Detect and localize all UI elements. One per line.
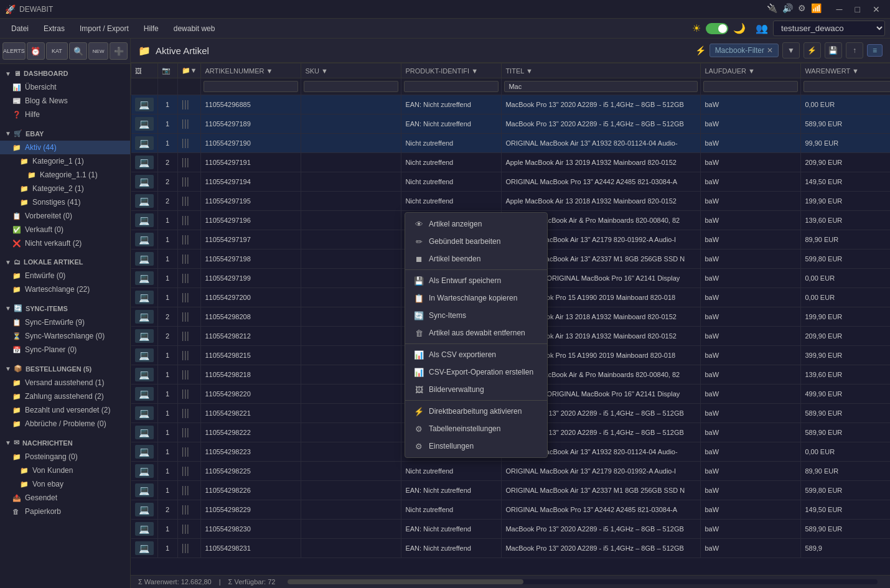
sidebar-item-von-kunden[interactable]: 📁 Von Kunden [7,464,130,477]
menu-extras[interactable]: Extras [37,22,71,35]
sidebar-item-bezahlt[interactable]: 📁 Bezahlt und versendet (2) [0,403,130,417]
sidebar-item-sonstiges[interactable]: 📁 Sonstiges (41) [7,195,130,209]
col-produkt[interactable]: PRODUKT-IDENTIFI ▼ [401,63,502,78]
sidebar-item-vorbereitet[interactable]: 📋 Vorbereitet (0) [0,209,130,223]
close-button[interactable]: ✕ [868,3,885,16]
table-row[interactable]: 💻 2 ||| 110554298229 Nicht zutreffend OR… [131,500,891,520]
sidebar-item-nicht-verkauft[interactable]: ❌ Nicht verkauft (2) [0,236,130,250]
user-select[interactable]: testuser_dewaco [773,21,885,36]
filter-lauf-cell[interactable] [701,78,801,95]
filter-art-cell[interactable] [201,78,301,95]
context-menu-item[interactable]: ⚙ Tabelleneinstellungen [405,420,547,437]
menu-hilfe[interactable]: Hilfe [138,22,165,35]
col-artikelnummer[interactable]: ARTIKELNUMMER ▼ [201,63,301,78]
context-menu-item[interactable]: ⚡ Direktbearbeitung aktivieren [405,403,547,420]
menu-import-export[interactable]: Import / Export [73,22,135,35]
sidebar-section-sync-header[interactable]: ▼ 🔄 SYNC-ITEMS [0,301,130,315]
col-warenwert[interactable]: WARENWERT ▼ [801,63,890,78]
sidebar-item-entwurfe[interactable]: 📁 Entwürfe (0) [0,269,130,282]
filter-titel-cell[interactable] [502,78,701,95]
menu-dewabit-web[interactable]: dewabit web [167,22,222,35]
sidebar-item-versand[interactable]: 📁 Versand ausstehend (1) [0,376,130,390]
sidebar-item-warteschlange[interactable]: 📁 Warteschlange (22) [0,282,130,296]
new-item-label[interactable]: NEW [88,42,108,60]
sidebar-section-ebay-header[interactable]: ▼ 🛒 EBAY [0,126,130,141]
menu-datei[interactable]: Datei [5,22,35,35]
context-menu-item[interactable]: 📊 Als CSV exportieren [405,346,547,363]
filter-sku-cell[interactable] [301,78,401,95]
table-row[interactable]: 💻 1 ||| 110554296885 EAN: Nicht zutreffe… [131,95,891,114]
context-menu-item[interactable]: 🖼 Bilderverwaltung [405,381,547,398]
filter-laufdauer[interactable] [703,81,798,92]
col-filter[interactable]: 📁▼ [177,63,201,78]
filter-prod-cell[interactable] [401,78,502,95]
sidebar-section-lokale-header[interactable]: ▼ 🗂 LOKALE ARTIKEL [0,255,130,269]
theme-toggle-group[interactable] [706,23,728,34]
h-scrollbar[interactable] [288,579,878,584]
col-titel[interactable]: TITEL ▼ [502,63,701,78]
filter-artikelnummer[interactable] [204,81,298,92]
context-menu-item[interactable]: 📋 In Warteschlange kopieren [405,289,547,307]
filter-sku[interactable] [304,81,398,92]
context-menu-item[interactable]: ⏹ Artikel beenden [405,250,547,268]
filter-warenwert[interactable] [803,81,890,92]
filter-funnel-button[interactable]: ⚡ [803,42,821,58]
filter-clear-icon[interactable]: ✕ [767,46,773,55]
table-row[interactable]: 💻 1 ||| 110554298225 Nicht zutreffend OR… [131,462,891,481]
sidebar-item-blog[interactable]: 📰 Blog & News [0,94,130,108]
time-button[interactable]: ⏰ [27,42,45,60]
col-laufdauer[interactable]: LAUFDAUER ▼ [701,63,801,78]
sidebar-item-von-ebay[interactable]: 📁 Von ebay [7,477,130,491]
filter-produkt[interactable] [404,81,499,92]
sidebar-section-dashboard-header[interactable]: ▼ 🖥 DASHBOARD [0,67,130,80]
sidebar-item-papierkorb[interactable]: 🗑 Papierkorb [0,505,130,518]
sidebar-item-sync-warteschlange[interactable]: ⏳ Sync-Warteschlange (0) [0,329,130,343]
minimize-button[interactable]: ─ [831,3,848,16]
sidebar-item-verkauft[interactable]: ✅ Verkauft (0) [0,223,130,236]
context-menu-item[interactable]: ⚙ Einstellungen [405,437,547,455]
context-menu-item[interactable]: 💾 Als Entwurf speichern [405,272,547,289]
col-thumb[interactable]: 📷 [157,63,177,78]
add-button[interactable]: ➕ [110,42,128,60]
sidebar-item-gesendet[interactable]: 📤 Gesendet [0,491,130,505]
context-menu-item[interactable]: 👁 Artikel anzeigen [405,215,547,233]
sidebar-item-kategorie2[interactable]: 📁 Kategorie_2 (1) [7,182,130,195]
sidebar-item-ubersicht[interactable]: 📊 Übersicht [0,80,130,94]
context-menu-item[interactable]: 🗑 Artikel aus dewabit entfernen [405,324,547,342]
sidebar-item-hilfe[interactable]: ❓ Hilfe [0,108,130,121]
col-img[interactable]: 🖼 [131,63,158,78]
table-row[interactable]: 💻 2 ||| 110554297194 Nicht zutreffend OR… [131,172,891,192]
context-menu-item[interactable]: 🔄 Sync-Items [405,307,547,324]
table-row[interactable]: 💻 1 ||| 110554298231 EAN: Nicht zutreffe… [131,539,891,558]
col-sku[interactable]: SKU ▼ [301,63,401,78]
context-menu-item[interactable]: ✏ Gebündelt bearbeiten [405,233,547,250]
search-button[interactable]: 🔍 [69,42,87,60]
sidebar-item-sync-planer[interactable]: 📅 Sync-Planer (0) [0,343,130,357]
sidebar-item-posteingang[interactable]: 📁 Posteingang (0) [0,450,130,464]
sidebar-section-nach-header[interactable]: ▼ ✉ NACHRICHTEN [0,436,130,450]
view-toggle[interactable]: ≡ [867,44,883,57]
katalog-button[interactable]: KAT [46,42,68,60]
save-filter-button[interactable]: 💾 [825,42,842,58]
sidebar-item-kategorie1-1[interactable]: 📁 Kategorie_1.1 (1) [15,168,130,182]
sidebar-item-abbruche[interactable]: 📁 Abbrüche / Probleme (0) [0,417,130,431]
table-row[interactable]: 💻 1 ||| 110554297190 Nicht zutreffend OR… [131,134,891,153]
export-button[interactable]: ↑ [846,42,863,58]
maximize-button[interactable]: □ [850,3,865,16]
sidebar-item-kategorie1[interactable]: 📁 Kategorie_1 (1) [7,154,130,168]
table-row[interactable]: 💻 2 ||| 110554297191 Nicht zutreffend Ap… [131,153,891,172]
filter-toggle-button[interactable]: ▼ [782,42,800,58]
sidebar-item-aktiv[interactable]: 📁 Aktiv (44) [0,141,130,154]
filter-titel[interactable] [504,81,698,92]
table-row[interactable]: 💻 1 ||| 110554298226 EAN: Nicht zutreffe… [131,481,891,500]
theme-toggle[interactable] [706,23,728,34]
sidebar-item-sync-entwurfe[interactable]: 📋 Sync-Entwürfe (9) [0,315,130,329]
context-menu-item[interactable]: 📊 CSV-Export-Operation erstellen [405,363,547,381]
sidebar-section-best-header[interactable]: ▼ 📦 BESTELLUNGEN (5) [0,362,130,376]
table-row[interactable]: 💻 2 ||| 110554297195 Nicht zutreffend Ap… [131,192,891,211]
table-row[interactable]: 💻 1 ||| 110554297189 EAN: Nicht zutreffe… [131,114,891,134]
alerts-button[interactable]: ALERTS [2,42,26,60]
sidebar-item-zahlung[interactable]: 📁 Zahlung ausstehend (2) [0,390,130,403]
table-row[interactable]: 💻 1 ||| 110554298230 EAN: Nicht zutreffe… [131,520,891,539]
filter-ww-cell[interactable] [801,78,890,95]
